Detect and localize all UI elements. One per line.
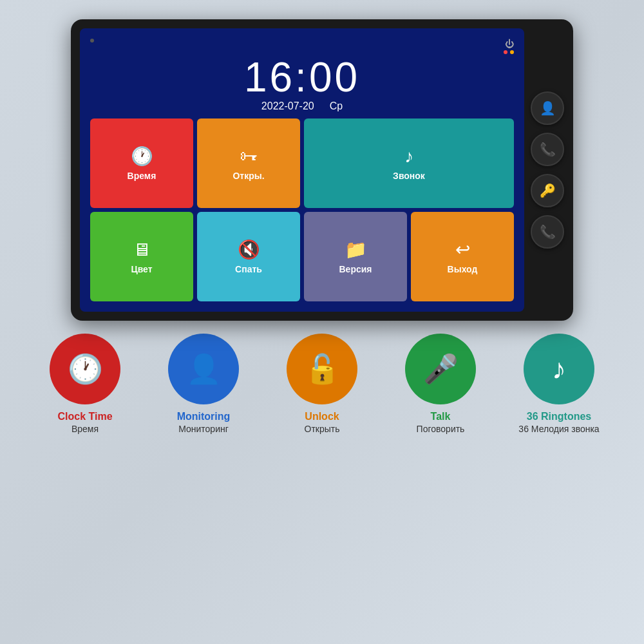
ringtones-subtitle: 36 Мелодия звонка [518,424,599,434]
menu-item-vremya[interactable]: 🕐 Время [90,118,193,208]
menu-item-tsvet[interactable]: 🖥 Цвет [90,212,193,301]
camera-dot [90,39,94,43]
dot-red [504,50,507,54]
otkry-label: Откры. [232,171,264,181]
monitoring-subtitle: Мониторинг [178,424,229,434]
monitor-icon: 🖥 [133,239,151,260]
screen-top: ⏻ [90,39,514,54]
features-section: 🕐 Clock Time Время 👤 Monitoring Монитори… [0,321,644,434]
key-side-icon: 🔑 [540,183,556,198]
versiya-label: Версия [339,264,372,274]
spat-label: Спать [235,264,262,274]
monitoring-circle: 👤 [168,334,239,404]
vremya-label: Время [128,171,156,181]
person-icon: 👤 [540,100,556,116]
feature-clock-time: 🕐 Clock Time Время [33,334,137,434]
call2-button[interactable]: 📞 [531,215,564,249]
device: ⏻ 16:00 2022-07-20 Ср 🕐 [71,19,573,321]
folder-icon: 📁 [345,239,367,260]
music-icon: ♪ [404,146,413,167]
feature-ringtones: ♪ 36 Ringtones 36 Мелодия звонка [507,334,611,434]
talk-circle-icon: 🎤 [423,352,459,386]
menu-item-vykhod[interactable]: ↩ Выход [411,212,514,301]
menu-grid: 🕐 Время 🗝 Откры. ♪ Звонок 🖥 Цвет 🔇 [90,118,514,301]
clock-time-subtitle: Время [71,424,99,434]
talk-title: Talk [431,411,451,422]
device-wrapper: ⏻ 16:00 2022-07-20 Ср 🕐 [0,0,644,321]
indicator-dots [504,50,514,54]
call-icon: 📞 [540,142,556,157]
clock-circle: 🕐 [50,334,120,404]
monitoring-title: Monitoring [177,411,231,422]
talk-circle: 🎤 [405,334,476,404]
monitoring-circle-icon: 👤 [186,352,222,386]
mute-icon: 🔇 [238,239,260,260]
clock-time-title: Clock Time [57,411,112,422]
vykhod-label: Выход [448,264,478,274]
call-button[interactable]: 📞 [531,133,564,166]
power-indicator: ⏻ [504,39,514,54]
menu-item-otkry[interactable]: 🗝 Откры. [197,118,300,208]
menu-item-spat[interactable]: 🔇 Спать [197,212,300,301]
talk-subtitle: Поговорить [417,424,465,434]
time-display: 16:00 2022-07-20 Ср [90,57,514,112]
call2-icon: 📞 [540,224,556,240]
feature-talk: 🎤 Talk Поговорить [389,334,492,434]
unlock-title: Unlock [305,411,339,422]
ringtones-circle: ♪ [524,334,594,404]
key-button[interactable]: 🔑 [531,174,564,207]
exit-icon: ↩ [455,239,470,260]
side-buttons: 👤 📞 🔑 📞 [524,91,564,249]
date-row: 2022-07-20 Ср [90,100,514,112]
zvonok-label: Звонок [393,171,425,181]
menu-item-zvonok[interactable]: ♪ Звонок [304,118,514,208]
day-text: Ср [330,100,343,112]
menu-item-versiya[interactable]: 📁 Версия [304,212,407,301]
tsvet-label: Цвет [131,264,152,274]
clock-circle-icon: 🕐 [68,352,103,386]
date-text: 2022-07-20 [261,100,314,112]
dot-yellow [510,50,514,54]
power-icon: ⏻ [505,39,514,49]
clock-icon: 🕐 [131,146,153,167]
time-big: 16:00 [90,57,514,98]
ringtones-circle-icon: ♪ [552,353,566,385]
feature-monitoring: 👤 Monitoring Мониторинг [152,334,255,434]
unlock-circle-icon: 🔓 [305,352,340,386]
person-button[interactable]: 👤 [531,91,564,125]
unlock-circle: 🔓 [287,334,357,404]
key-icon: 🗝 [240,146,258,167]
ringtones-title: 36 Ringtones [527,411,591,422]
unlock-subtitle: Открыть [305,424,340,434]
screen: ⏻ 16:00 2022-07-20 Ср 🕐 [80,28,524,312]
feature-unlock: 🔓 Unlock Открыть [270,334,374,434]
